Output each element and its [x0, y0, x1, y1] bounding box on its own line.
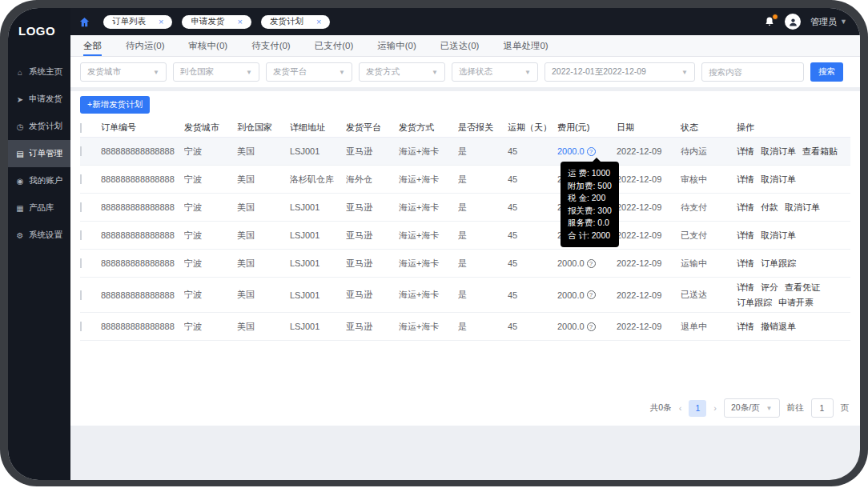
sidebar-item-send[interactable]: ➤申请发货	[8, 86, 70, 113]
row-checkbox[interactable]	[80, 290, 82, 300]
cell-date: 2022-12-09	[617, 146, 681, 156]
tooltip-line: 服务费: 0.0	[568, 217, 612, 230]
action-link[interactable]: 详情	[737, 320, 754, 333]
action-link[interactable]: 取消订单	[761, 145, 796, 158]
cell-city: 宁波	[184, 174, 237, 186]
status-tab[interactable]: 已支付(0)	[315, 35, 354, 56]
action-link[interactable]: 付款	[761, 201, 778, 214]
cell-days: 45	[508, 230, 557, 240]
action-link[interactable]: 详情	[737, 281, 754, 294]
action-link[interactable]: 详情	[737, 257, 754, 270]
action-link[interactable]: 详情	[737, 145, 754, 158]
action-link[interactable]: 查看箱贴	[802, 145, 838, 158]
fee-value: 2000.0	[557, 322, 585, 331]
cell-actions: 详情撤销退单	[737, 317, 850, 336]
pagination: 共0条 ‹ 1 › 20条/页 ▼ 前往 页	[650, 398, 849, 418]
action-link[interactable]: 撤销退单	[761, 320, 796, 333]
status-tab[interactable]: 退单处理0)	[503, 35, 548, 56]
cell-fee[interactable]: 2000.0?	[557, 322, 617, 331]
sidebar-item-account[interactable]: ◉我的账户	[8, 167, 70, 194]
chevron-down-icon: ▼	[524, 69, 531, 76]
row-checkbox[interactable]	[80, 146, 82, 156]
action-link[interactable]: 详情	[737, 201, 754, 214]
fee-info-icon[interactable]: ?	[587, 290, 596, 299]
prev-page-button[interactable]: ‹	[679, 403, 682, 413]
status-tab[interactable]: 审核中(0)	[189, 35, 228, 56]
cell-status: 待支付	[681, 202, 737, 214]
search-button[interactable]: 搜索	[810, 62, 843, 82]
fee-info-icon[interactable]: ?	[587, 322, 596, 331]
row-checkbox[interactable]	[80, 322, 82, 331]
cell-fee[interactable]: 2000.0?	[557, 290, 617, 300]
page-size-select[interactable]: 20条/页 ▼	[724, 398, 780, 418]
cell-order-no: 888888888888888	[101, 258, 184, 268]
action-link[interactable]: 订单跟踪	[737, 296, 772, 309]
action-link[interactable]: 详情	[737, 229, 754, 242]
date-range-value: 2022-12-01至2022-12-09	[552, 66, 646, 78]
page-number-button[interactable]: 1	[689, 400, 706, 417]
open-tab[interactable]: 订单列表×	[103, 15, 172, 29]
topbar-right: 管理员 ▼	[764, 14, 847, 30]
column-header: 到仓国家	[237, 122, 290, 134]
user-menu[interactable]: 管理员 ▼	[810, 16, 847, 28]
row-checkbox[interactable]	[80, 174, 82, 184]
fee-info-icon[interactable]: ?	[587, 147, 596, 156]
open-tab[interactable]: 发货计划×	[261, 15, 330, 29]
sidebar-item-plan[interactable]: ◷发货计划	[8, 113, 70, 140]
search-input[interactable]	[701, 62, 804, 82]
date-range-select[interactable]: 2022-12-01至2022-12-09 ▼	[545, 62, 695, 82]
action-link[interactable]: 取消订单	[761, 173, 796, 186]
close-icon[interactable]: ×	[159, 18, 163, 26]
row-checkbox[interactable]	[80, 202, 82, 212]
status-tab[interactable]: 运输中(0)	[377, 35, 416, 56]
filter-select[interactable]: 到仓国家▼	[173, 62, 259, 82]
filter-select[interactable]: 发货平台▼	[266, 62, 352, 82]
home-icon[interactable]	[78, 16, 90, 28]
action-link[interactable]: 查看凭证	[785, 281, 820, 294]
sidebar-item-settings[interactable]: ⚙系统设置	[8, 222, 70, 249]
cell-order-no: 888888888888888	[101, 146, 184, 156]
filter-select[interactable]: 发货方式▼	[359, 62, 445, 82]
cell-address: LSJ001	[290, 146, 346, 156]
row-checkbox[interactable]	[80, 258, 82, 268]
close-icon[interactable]: ×	[237, 18, 242, 26]
filter-select[interactable]: 选择状态▼	[452, 62, 538, 82]
goto-page-input[interactable]	[811, 398, 834, 418]
avatar[interactable]	[785, 14, 801, 30]
column-header: 状态	[681, 122, 737, 134]
table-row: 888888888888888宁波美国LSJ001亚马逊海运+海卡是452000…	[80, 278, 850, 313]
action-link[interactable]: 评分	[761, 281, 778, 294]
cell-platform: 亚马逊	[346, 202, 399, 214]
action-link[interactable]: 申请开票	[778, 296, 814, 309]
action-link[interactable]: 取消订单	[761, 229, 796, 242]
action-link[interactable]: 详情	[737, 173, 754, 186]
action-link[interactable]: 取消订单	[785, 201, 820, 214]
sidebar-item-order[interactable]: ▤订单管理	[8, 140, 70, 167]
close-icon[interactable]: ×	[316, 18, 321, 26]
window-frame: LOGO ⌂系统主页➤申请发货◷发货计划▤订单管理◉我的账户▦产品库⚙系统设置 …	[0, 0, 868, 486]
add-shipping-plan-button[interactable]: +新增发货计划	[80, 96, 150, 114]
status-tab[interactable]: 已送达(0)	[440, 35, 480, 56]
status-tab[interactable]: 待支付(0)	[251, 35, 291, 56]
table-panel: +新增发货计划 订单编号发货城市到仓国家详细地址发货平台发货方式是否报关运期（天…	[70, 91, 860, 426]
cell-fee[interactable]: 2000.0?	[557, 146, 617, 156]
filter-selects: 发货城市▼到仓国家▼发货平台▼发货方式▼选择状态▼	[80, 62, 538, 82]
next-page-button[interactable]: ›	[713, 403, 717, 413]
filter-select[interactable]: 发货城市▼	[80, 62, 167, 82]
cell-status: 审核中	[681, 174, 737, 186]
sidebar-item-product[interactable]: ▦产品库	[8, 194, 70, 222]
cell-city: 宁波	[184, 258, 237, 270]
sidebar-item-home[interactable]: ⌂系统主页	[8, 58, 70, 86]
notification-bell-icon[interactable]	[764, 16, 775, 27]
cell-customs: 是	[458, 258, 508, 270]
status-tab[interactable]: 全部	[83, 35, 102, 56]
row-checkbox[interactable]	[80, 230, 82, 240]
table-row: 888888888888888宁波美国洛杉矶仓库海外仓海运+海卡是452000.…	[80, 166, 850, 194]
cell-fee[interactable]: 2000.0?	[557, 258, 617, 268]
action-link[interactable]: 订单跟踪	[761, 257, 796, 270]
status-tab[interactable]: 待内运(0)	[126, 35, 165, 56]
open-tab[interactable]: 申请发货×	[182, 15, 251, 29]
select-all-checkbox[interactable]	[80, 123, 82, 133]
cell-country: 美国	[237, 258, 290, 270]
fee-info-icon[interactable]: ?	[587, 259, 596, 268]
